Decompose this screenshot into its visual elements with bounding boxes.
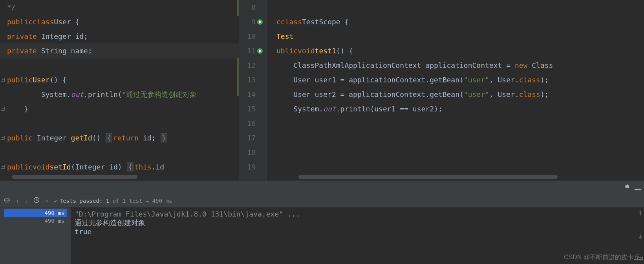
line-number[interactable]: 10 [240,29,267,44]
code-line[interactable] [269,160,644,174]
console-line: 通过无参构造创建对象 [75,218,640,228]
code-line[interactable] [0,58,239,73]
tool-window-header [0,181,644,194]
code-line[interactable]: System.out.println(user1 == user2); [269,102,644,116]
expand-icon[interactable]: » [45,198,48,204]
test-toolbar: ↑ ↓ » ✔ Tests passed: 1 of 1 test – 490 … [0,194,644,208]
console-output[interactable]: "D:\Program Files\Java\jdk1.8.0_131\bin\… [71,208,644,264]
run-tool-window: ↑ ↓ » ✔ Tests passed: 1 of 1 test – 490 … [0,180,644,264]
line-number[interactable]: 13 [240,73,267,87]
code-line[interactable]: public class User { [0,15,239,29]
line-number[interactable]: 16 [240,116,267,131]
line-number[interactable]: 11 [240,44,267,58]
check-icon: ✔ [54,198,57,204]
code-line[interactable] [0,116,239,131]
run-gutter-icon[interactable] [256,19,264,25]
code-line[interactable]: public Integer getId() { return id; } [0,131,239,145]
code-line[interactable] [269,116,644,131]
scroll-down-icon[interactable]: ↓ [639,232,643,240]
code-line[interactable]: User user1 = applicationContext.getBean(… [269,73,644,87]
line-number[interactable]: 15 [240,102,267,116]
code-line[interactable]: public void setId(Integer id) { this.id [0,160,239,174]
code-line[interactable]: User user2 = applicationContext.getBean(… [269,87,644,102]
run-gutter-icon[interactable] [256,48,264,54]
watermark-text: CSDN @不断前进的皮卡丘 [564,253,640,262]
line-number[interactable]: 18 [240,145,267,160]
code-line[interactable]: public User() { [0,73,239,87]
code-line[interactable] [269,131,644,145]
line-number[interactable]: 12 [240,58,267,73]
line-number[interactable]: 17 [240,131,267,145]
code-line[interactable]: private Integer id; [0,29,239,44]
line-number[interactable]: 8 [240,0,267,15]
editor-left-pane[interactable]: −−++ */public class User { private Integ… [0,0,240,180]
editor-right-pane[interactable]: c class TestScope {Testublic void test1(… [267,0,644,180]
minimize-icon[interactable] [635,183,641,191]
gear-icon[interactable] [624,183,630,191]
code-line[interactable]: private String name; [0,44,239,58]
tests-passed-label: ✔ Tests passed: 1 of 1 test – 490 ms [54,198,172,204]
test-tree[interactable]: 490 ms 490 ms [0,208,71,264]
code-line[interactable] [0,145,239,160]
console-line: true [75,228,640,236]
line-number[interactable]: 9 [240,15,267,29]
test-history-icon[interactable] [33,197,40,204]
line-number[interactable]: 19 [240,160,267,174]
scroll-up-icon[interactable]: ↑ [639,208,643,217]
svg-rect-2 [635,189,641,190]
code-line[interactable]: ClassPathXmlApplicationContext applicati… [269,58,644,73]
line-number[interactable]: 14 [240,87,267,102]
test-node[interactable]: 490 ms [4,217,67,225]
horizontal-scrollbar[interactable] [298,175,558,179]
next-test-icon[interactable]: ↓ [24,198,27,204]
code-line[interactable] [269,145,644,160]
prev-test-icon[interactable]: ↑ [16,198,19,204]
code-line[interactable]: System.out.println("通过无参构造创建对象 [0,87,239,102]
collapse-all-icon[interactable] [4,197,10,204]
line-number-gutter[interactable]: 8910111213141516171819 [240,0,267,180]
horizontal-scrollbar[interactable] [12,175,137,179]
code-line[interactable] [269,0,644,15]
code-line[interactable]: ublic void test1() { [269,44,644,58]
code-line[interactable]: */ [0,0,239,15]
console-line: "D:\Program Files\Java\jdk1.8.0_131\bin\… [75,210,640,218]
code-line[interactable]: c class TestScope { [269,15,644,29]
code-line[interactable]: Test [269,29,644,44]
code-line[interactable]: } [0,102,239,116]
test-node-selected[interactable]: 490 ms [4,209,67,217]
